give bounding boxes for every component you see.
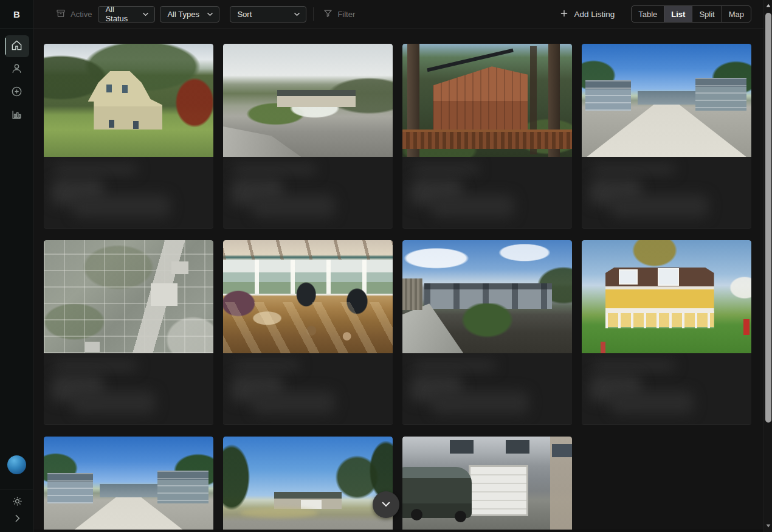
listing-card[interactable] <box>402 44 572 228</box>
listing-photo <box>582 240 751 353</box>
redacted-text-blur <box>412 361 496 370</box>
listing-card[interactable] <box>223 240 393 424</box>
app-window: B <box>0 0 772 532</box>
toolbar-divider <box>313 7 314 21</box>
chevron-down-icon <box>207 11 213 18</box>
scroll-down-button[interactable] <box>373 491 399 518</box>
user-avatar[interactable] <box>7 455 26 474</box>
listing-photo <box>44 437 213 532</box>
home-icon <box>11 40 22 53</box>
listing-card[interactable] <box>44 44 213 228</box>
redacted-text-blur <box>252 391 335 414</box>
listing-card[interactable] <box>223 437 393 532</box>
filter-button[interactable]: Filter <box>323 9 355 19</box>
active-filter-toggle[interactable]: Active <box>56 9 92 20</box>
listing-info-redacted <box>402 353 572 424</box>
sort-value: Sort <box>237 10 252 19</box>
redacted-text-blur <box>73 195 170 218</box>
type-filter-value: All Types <box>167 10 199 19</box>
window-bottom-edge <box>33 530 763 532</box>
listing-photo <box>582 44 751 157</box>
listing-info-redacted <box>582 157 751 228</box>
sidebar-item-contacts[interactable] <box>5 58 29 80</box>
listing-card[interactable] <box>223 44 393 228</box>
sidebar-nav <box>0 35 33 126</box>
type-filter-select[interactable]: All Types <box>160 6 219 22</box>
scrollbar-thumb[interactable] <box>765 13 771 423</box>
sidebar-expand-button[interactable] <box>9 511 26 527</box>
tab-split[interactable]: Split <box>692 6 722 22</box>
listing-info-redacted <box>402 157 572 228</box>
app-logo: B <box>0 0 33 29</box>
listing-photo <box>402 44 572 157</box>
listing-card[interactable] <box>402 437 572 532</box>
listing-card[interactable] <box>44 437 213 532</box>
listing-info-redacted <box>582 353 751 424</box>
redacted-text-blur <box>432 391 529 414</box>
add-circle-icon <box>11 86 22 99</box>
listing-info-redacted <box>223 353 393 424</box>
redacted-text-blur <box>611 195 708 218</box>
redacted-text-blur <box>53 361 137 370</box>
sidebar-item-analytics[interactable] <box>5 105 29 126</box>
sidebar: B <box>0 0 33 532</box>
plus-icon <box>560 9 568 19</box>
sidebar-divider <box>0 489 33 489</box>
tab-table[interactable]: Table <box>632 6 664 22</box>
listing-info-redacted <box>44 353 213 424</box>
redacted-text-blur <box>233 361 300 370</box>
tab-list[interactable]: List <box>664 6 692 22</box>
sidebar-item-add-new[interactable] <box>5 81 29 103</box>
listing-photo <box>44 240 213 353</box>
redacted-text-blur <box>611 391 694 414</box>
listing-photo <box>402 240 572 353</box>
redacted-text-blur <box>591 164 675 174</box>
scroll-down-arrow[interactable] <box>764 522 772 530</box>
contacts-icon <box>11 63 22 76</box>
add-listing-button[interactable]: Add Listing <box>560 9 615 19</box>
funnel-icon <box>323 9 333 19</box>
redacted-text-blur <box>233 164 317 174</box>
status-filter-value: All Status <box>105 5 136 23</box>
filter-label: Filter <box>337 10 355 19</box>
redacted-text-blur <box>432 195 514 218</box>
theme-sun-icon <box>12 496 22 508</box>
tab-map[interactable]: Map <box>722 6 751 22</box>
redacted-text-blur <box>591 361 675 370</box>
listing-area <box>33 29 763 532</box>
archive-box-icon <box>56 9 66 20</box>
redacted-text-blur <box>412 164 479 174</box>
chevron-down-icon <box>381 499 391 511</box>
redacted-text-blur <box>252 195 335 218</box>
view-switcher: Table List Split Map <box>631 5 751 22</box>
redacted-text-blur <box>73 391 156 414</box>
scrollbar[interactable] <box>763 0 772 532</box>
toolbar: Active All Status All Types Sort Filter … <box>33 0 763 29</box>
listing-grid <box>44 44 751 532</box>
analytics-icon <box>11 109 22 122</box>
listing-card[interactable] <box>402 240 572 424</box>
listing-card[interactable] <box>582 240 751 424</box>
listing-photo <box>402 437 572 532</box>
chevron-down-icon <box>294 11 300 18</box>
sort-select[interactable]: Sort <box>230 6 306 22</box>
listing-photo <box>223 44 393 157</box>
listing-photo <box>223 240 393 353</box>
expand-chevron-icon <box>12 513 22 525</box>
sidebar-item-home[interactable] <box>5 35 29 57</box>
listing-card[interactable] <box>582 44 751 228</box>
redacted-text-blur <box>53 164 137 174</box>
chevron-down-icon <box>142 11 149 18</box>
listing-photo <box>223 437 393 532</box>
scroll-up-arrow[interactable] <box>764 1 772 10</box>
add-listing-label: Add Listing <box>574 10 615 19</box>
listing-info-redacted <box>44 157 213 228</box>
listing-card[interactable] <box>44 240 213 424</box>
status-filter-select[interactable]: All Status <box>98 6 155 22</box>
listing-info-redacted <box>223 157 393 228</box>
theme-toggle-button[interactable] <box>9 494 26 510</box>
active-filter-label: Active <box>71 10 92 19</box>
listing-photo <box>44 44 213 157</box>
